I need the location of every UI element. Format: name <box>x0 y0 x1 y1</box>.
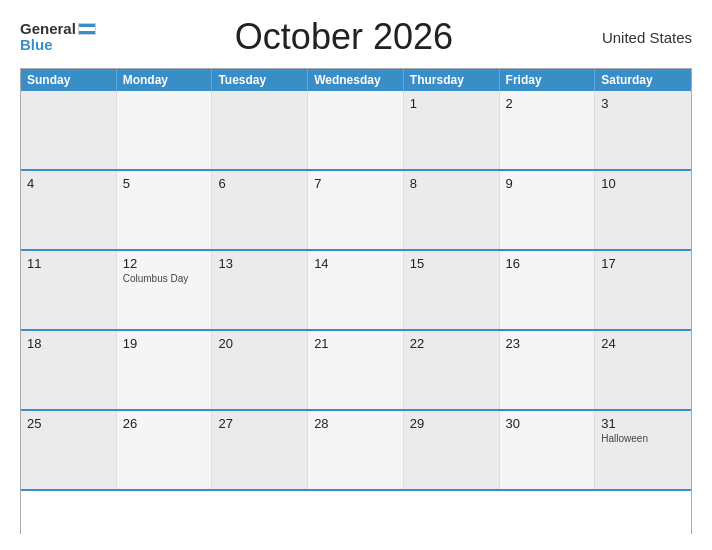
calendar-cell: 14 <box>308 251 404 329</box>
day-number: 23 <box>506 336 589 351</box>
calendar-cell <box>21 91 117 169</box>
calendar-cell: 11 <box>21 251 117 329</box>
calendar-cell: 13 <box>212 251 308 329</box>
day-number: 25 <box>27 416 110 431</box>
calendar-event: Halloween <box>601 433 685 444</box>
day-number: 18 <box>27 336 110 351</box>
calendar-cell: 19 <box>117 331 213 409</box>
calendar-cell: 3 <box>595 91 691 169</box>
day-number: 28 <box>314 416 397 431</box>
calendar-cell: 25 <box>21 411 117 489</box>
calendar-cell: 26 <box>117 411 213 489</box>
day-number: 29 <box>410 416 493 431</box>
day-number: 16 <box>506 256 589 271</box>
day-number: 30 <box>506 416 589 431</box>
country-label: United States <box>592 29 692 46</box>
calendar-cell: 15 <box>404 251 500 329</box>
logo: General Blue <box>20 21 96 54</box>
day-number: 8 <box>410 176 493 191</box>
calendar-cell: 21 <box>308 331 404 409</box>
day-number: 24 <box>601 336 685 351</box>
calendar-cell: 2 <box>500 91 596 169</box>
calendar-cell: 12Columbus Day <box>117 251 213 329</box>
calendar-cell: 9 <box>500 171 596 249</box>
calendar-cell: 4 <box>21 171 117 249</box>
calendar-cell: 23 <box>500 331 596 409</box>
day-header-monday: Monday <box>117 69 213 91</box>
calendar-cell <box>212 91 308 169</box>
logo-flag-icon <box>78 23 96 35</box>
calendar-cell: 31Halloween <box>595 411 691 489</box>
calendar-body: 123456789101112Columbus Day1314151617181… <box>21 91 691 491</box>
calendar-cell: 29 <box>404 411 500 489</box>
calendar-cell: 30 <box>500 411 596 489</box>
day-number: 11 <box>27 256 110 271</box>
calendar-cell <box>117 91 213 169</box>
calendar-cell: 28 <box>308 411 404 489</box>
day-number: 4 <box>27 176 110 191</box>
day-number: 10 <box>601 176 685 191</box>
calendar-cell: 8 <box>404 171 500 249</box>
calendar-week-5: 25262728293031Halloween <box>21 411 691 491</box>
calendar-header-row: SundayMondayTuesdayWednesdayThursdayFrid… <box>21 69 691 91</box>
day-number: 22 <box>410 336 493 351</box>
calendar-cell: 22 <box>404 331 500 409</box>
day-header-friday: Friday <box>500 69 596 91</box>
day-number: 13 <box>218 256 301 271</box>
calendar-cell: 20 <box>212 331 308 409</box>
calendar-event: Columbus Day <box>123 273 206 284</box>
calendar-cell: 7 <box>308 171 404 249</box>
day-number: 14 <box>314 256 397 271</box>
day-number: 27 <box>218 416 301 431</box>
day-number: 15 <box>410 256 493 271</box>
calendar: SundayMondayTuesdayWednesdayThursdayFrid… <box>20 68 692 534</box>
calendar-cell: 17 <box>595 251 691 329</box>
day-number: 17 <box>601 256 685 271</box>
calendar-cell: 6 <box>212 171 308 249</box>
day-number: 19 <box>123 336 206 351</box>
logo-blue-text: Blue <box>20 37 53 54</box>
calendar-cell: 16 <box>500 251 596 329</box>
day-header-thursday: Thursday <box>404 69 500 91</box>
calendar-cell: 5 <box>117 171 213 249</box>
logo-general-text: General <box>20 21 76 38</box>
day-number: 3 <box>601 96 685 111</box>
day-number: 5 <box>123 176 206 191</box>
day-number: 26 <box>123 416 206 431</box>
calendar-cell: 1 <box>404 91 500 169</box>
calendar-title: October 2026 <box>96 16 592 58</box>
day-number: 31 <box>601 416 685 431</box>
calendar-cell: 24 <box>595 331 691 409</box>
day-header-wednesday: Wednesday <box>308 69 404 91</box>
calendar-cell: 18 <box>21 331 117 409</box>
page: General Blue October 2026 United States … <box>0 0 712 550</box>
calendar-week-3: 1112Columbus Day1314151617 <box>21 251 691 331</box>
day-number: 2 <box>506 96 589 111</box>
calendar-cell: 10 <box>595 171 691 249</box>
day-number: 20 <box>218 336 301 351</box>
calendar-week-1: 123 <box>21 91 691 171</box>
calendar-week-2: 45678910 <box>21 171 691 251</box>
day-number: 12 <box>123 256 206 271</box>
day-number: 7 <box>314 176 397 191</box>
header: General Blue October 2026 United States <box>20 16 692 58</box>
day-number: 21 <box>314 336 397 351</box>
day-number: 9 <box>506 176 589 191</box>
day-header-sunday: Sunday <box>21 69 117 91</box>
day-number: 6 <box>218 176 301 191</box>
calendar-week-4: 18192021222324 <box>21 331 691 411</box>
day-number: 1 <box>410 96 493 111</box>
calendar-cell: 27 <box>212 411 308 489</box>
day-header-tuesday: Tuesday <box>212 69 308 91</box>
calendar-cell <box>308 91 404 169</box>
day-header-saturday: Saturday <box>595 69 691 91</box>
